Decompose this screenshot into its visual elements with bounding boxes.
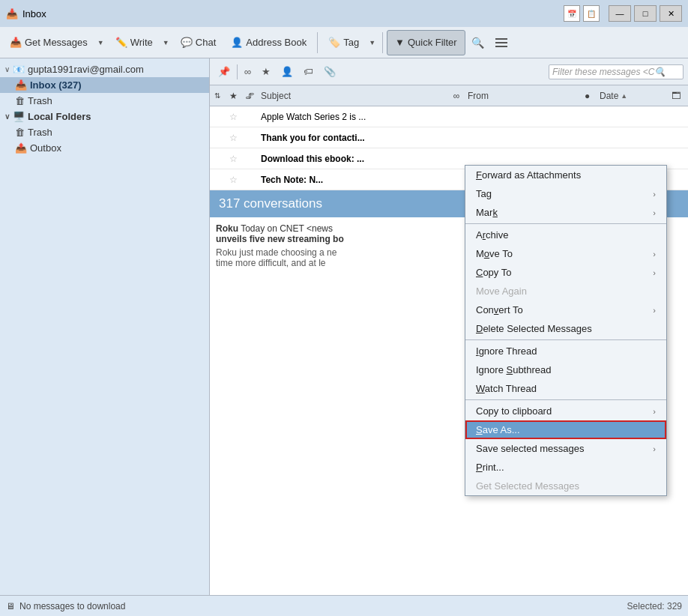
account-chevron: ∨ xyxy=(4,65,10,73)
sidebar-account[interactable]: ∨ 📧 gupta1991ravi@gmail.com xyxy=(0,61,209,77)
sidebar-item-inbox[interactable]: 📥 Inbox (327) xyxy=(0,77,209,93)
ctx-arrow-mark: › xyxy=(653,208,656,217)
col-header-attach[interactable]: 🖇 xyxy=(241,91,258,101)
ctx-item-ignore-subthread[interactable]: Ignore Subthread xyxy=(465,360,666,379)
close-button[interactable]: ✕ xyxy=(660,5,682,22)
get-messages-icon: 📥 xyxy=(10,37,22,48)
ctx-item-copy-to[interactable]: Copy To › xyxy=(465,263,666,282)
trash-icon-1: 🗑 xyxy=(15,95,25,106)
col-header-read[interactable]: ∞ xyxy=(448,91,465,101)
calendar-icon-2[interactable]: 📋 xyxy=(583,5,600,22)
write-dropdown: ✏️ Write ▼ xyxy=(109,30,172,55)
calendar-icons: 📅 📋 xyxy=(564,5,600,22)
chat-button[interactable]: 💬 Chat xyxy=(174,30,223,55)
col-header-date[interactable]: Date ▲ xyxy=(597,91,672,101)
menu-button[interactable] xyxy=(491,31,512,54)
col-header-dot: ● xyxy=(585,91,597,101)
filter-sep-1 xyxy=(237,64,238,79)
ctx-item-save-as[interactable]: Save As... xyxy=(465,420,666,439)
ctx-item-tag[interactable]: Tag › xyxy=(465,184,666,203)
filter-attach-button[interactable]: 📎 xyxy=(320,64,340,79)
sidebar-item-local-folders[interactable]: ∨ 🖥️ Local Folders xyxy=(0,109,209,124)
filter-search-icon: 🔍 xyxy=(654,67,666,77)
minimize-button[interactable]: — xyxy=(609,5,631,22)
col-header-extra[interactable]: 🗔 xyxy=(672,91,688,101)
write-icon: ✏️ xyxy=(115,37,127,48)
tag-button[interactable]: 🏷️ Tag xyxy=(322,30,366,55)
ctx-item-convert-to[interactable]: Convert To › xyxy=(465,301,666,319)
account-icon: 📧 xyxy=(13,64,25,75)
table-row[interactable]: ☆ Thank you for contacti... xyxy=(210,127,688,148)
msg-star-3[interactable]: ☆ xyxy=(225,154,241,164)
write-button[interactable]: ✏️ Write xyxy=(109,30,160,55)
hamburger-line-3 xyxy=(495,46,507,47)
ctx-item-forward-attachments[interactable]: Forward as Attachments xyxy=(465,166,666,184)
local-folders-label: Local Folders xyxy=(28,111,91,122)
ctx-sep-3 xyxy=(465,399,666,400)
ctx-item-copy-clipboard[interactable]: Copy to clipboard › xyxy=(465,402,666,420)
msg-subject-1: Apple Watch Series 2 is ... xyxy=(258,112,448,122)
ctx-item-delete-selected[interactable]: Delete Selected Messages xyxy=(465,319,666,338)
hamburger-line-2 xyxy=(495,42,507,43)
quick-filter-button[interactable]: ▼ Quick Filter xyxy=(387,30,465,55)
tag-arrow[interactable]: ▼ xyxy=(366,30,378,55)
search-button[interactable]: 🔍 xyxy=(467,31,489,54)
filter-icon: ▼ xyxy=(395,37,405,48)
ctx-item-print[interactable]: Print... xyxy=(465,458,666,477)
address-book-button[interactable]: 👤 Address Book xyxy=(224,30,313,55)
search-icon: 🔍 xyxy=(471,37,484,49)
account-trash-label: Trash xyxy=(28,95,52,106)
get-messages-arrow[interactable]: ▼ xyxy=(94,30,107,55)
tag-dropdown: 🏷️ Tag ▼ xyxy=(322,30,378,55)
msg-star-1[interactable]: ☆ xyxy=(225,112,241,122)
sidebar-item-local-trash[interactable]: 🗑 Trash xyxy=(0,124,209,140)
get-messages-button[interactable]: 📥 Get Messages xyxy=(3,30,94,55)
sidebar-item-account-trash[interactable]: 🗑 Trash xyxy=(0,93,209,109)
toolbar: 📥 Get Messages ▼ ✏️ Write ▼ 💬 Chat 👤 Add… xyxy=(0,27,688,58)
chat-icon: 💬 xyxy=(181,37,193,48)
outbox-label: Outbox xyxy=(30,142,61,154)
ctx-arrow-copy-to: › xyxy=(653,268,656,277)
col-header-from[interactable]: From xyxy=(465,91,585,101)
ctx-item-archive[interactable]: Archive xyxy=(465,226,666,244)
ctx-item-move-again: Move Again xyxy=(465,282,666,301)
account-label: gupta1991ravi@gmail.com xyxy=(28,64,144,75)
ctx-arrow-clipboard: › xyxy=(653,407,656,416)
msg-subject-4: Tech Note: N... xyxy=(258,175,448,185)
sidebar: ∨ 📧 gupta1991ravi@gmail.com 📥 Inbox (327… xyxy=(0,58,210,595)
filter-icons-group: 📌 ∞ ★ 👤 🏷 📎 xyxy=(214,64,340,79)
col-header-subject[interactable]: Subject xyxy=(258,91,448,101)
filter-star-button[interactable]: ★ xyxy=(258,64,274,79)
status-message: No messages to download xyxy=(19,601,125,612)
table-row[interactable]: ☆ Apple Watch Series 2 is ... xyxy=(210,106,688,127)
maximize-button[interactable]: □ xyxy=(634,5,657,22)
ctx-item-watch-thread[interactable]: Watch Thread xyxy=(465,379,666,398)
local-folders-icon: 🖥️ xyxy=(13,111,25,122)
filter-contact-button[interactable]: 👤 xyxy=(277,64,297,79)
tag-icon: 🏷️ xyxy=(328,37,340,48)
msg-star-2[interactable]: ☆ xyxy=(225,133,241,143)
filter-bar: 📌 ∞ ★ 👤 🏷 📎 Filter these messages <C 🔍 xyxy=(210,58,688,85)
filter-pin-button[interactable]: 📌 xyxy=(214,64,234,79)
sidebar-item-outbox[interactable]: 📤 Outbox xyxy=(0,140,209,156)
trash-icon-2: 🗑 xyxy=(15,127,25,138)
col-header-thread[interactable]: ⇅ xyxy=(210,91,225,100)
filter-unread-button[interactable]: ∞ xyxy=(241,64,255,79)
ctx-item-save-selected[interactable]: Save selected messages › xyxy=(465,439,666,458)
filter-search-box[interactable]: Filter these messages <C 🔍 xyxy=(549,64,684,79)
local-trash-label: Trash xyxy=(28,127,52,138)
ctx-item-ignore-thread[interactable]: Ignore Thread xyxy=(465,342,666,360)
write-arrow[interactable]: ▼ xyxy=(160,30,172,55)
sort-arrow-icon: ▲ xyxy=(621,92,627,100)
ctx-item-mark[interactable]: Mark › xyxy=(465,203,666,222)
status-selected: Selected: 329 xyxy=(627,601,682,612)
msg-subject-3: Download this ebook: ... xyxy=(258,154,448,164)
msg-star-4[interactable]: ☆ xyxy=(225,175,241,185)
col-header-star[interactable]: ★ xyxy=(225,91,241,101)
filter-tag-button[interactable]: 🏷 xyxy=(300,64,317,79)
calendar-icon-1[interactable]: 📅 xyxy=(564,5,580,22)
ctx-item-move-to[interactable]: Move To › xyxy=(465,244,666,263)
toolbar-separator-1 xyxy=(317,32,318,53)
ctx-arrow-save-selected: › xyxy=(653,444,656,453)
filter-placeholder: Filter these messages <C xyxy=(552,67,654,77)
